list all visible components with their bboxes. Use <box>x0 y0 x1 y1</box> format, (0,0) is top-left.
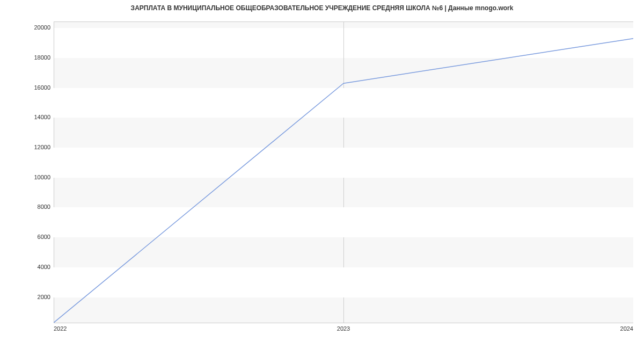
chart-title: ЗАРПЛАТА В МУНИЦИПАЛЬНОЕ ОБЩЕОБРАЗОВАТЕЛ… <box>0 4 644 12</box>
y-tick-label: 4000 <box>8 264 50 270</box>
x-tick-label: 2022 <box>54 325 67 332</box>
y-tick-label: 16000 <box>8 84 50 91</box>
series-line <box>54 39 633 323</box>
y-tick-label: 18000 <box>8 54 50 61</box>
plot-area <box>54 21 633 323</box>
y-tick-label: 6000 <box>8 234 50 240</box>
x-tick-label: 2024 <box>620 325 633 332</box>
y-tick-label: 20000 <box>8 24 50 31</box>
y-tick-label: 8000 <box>8 203 50 210</box>
y-tick-label: 14000 <box>8 114 50 120</box>
y-tick-label: 10000 <box>8 174 50 180</box>
chart-container: ЗАРПЛАТА В МУНИЦИПАЛЬНОЕ ОБЩЕОБРАЗОВАТЕЛ… <box>0 0 644 349</box>
y-tick-label: 2000 <box>8 294 50 300</box>
series-svg <box>54 22 633 323</box>
y-tick-label: 12000 <box>8 144 50 150</box>
x-tick-label: 2023 <box>337 325 350 332</box>
